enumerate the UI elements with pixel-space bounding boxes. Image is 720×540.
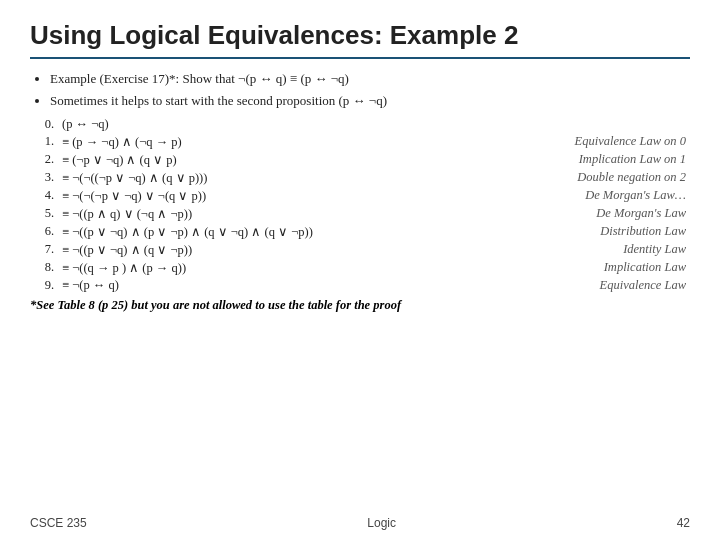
proof-step-9: 9. ≡ ¬(p ↔ q) Equivalence Law xyxy=(30,277,690,294)
proof-step-2: 2. ≡ (¬p ∨ ¬q) ∧ (q ∨ p) Implication Law… xyxy=(30,151,690,169)
step-expression: ≡ ¬((q → p ) ∧ (p → q)) xyxy=(58,259,501,277)
step-number: 5. xyxy=(30,205,58,223)
footer-right: 42 xyxy=(677,516,690,530)
step-expression: ≡ (p → ¬q) ∧ (¬q → p) xyxy=(58,133,501,151)
step-number: 2. xyxy=(30,151,58,169)
step-number: 9. xyxy=(30,277,58,294)
step-reason: Equivalence Law on 0 xyxy=(501,133,690,151)
step-number: 1. xyxy=(30,133,58,151)
step-expression: (p ↔ ¬q) xyxy=(58,116,501,133)
proof-table: 0. (p ↔ ¬q) 1. ≡ (p → ¬q) ∧ (¬q → p) Equ… xyxy=(30,116,690,294)
step-reason: Equivalence Law xyxy=(501,277,690,294)
footer: CSCE 235 Logic 42 xyxy=(0,516,720,530)
proof-step-3: 3. ≡ ¬(¬((¬p ∨ ¬q) ∧ (q ∨ p))) Double ne… xyxy=(30,169,690,187)
step-number: 0. xyxy=(30,116,58,133)
page-title: Using Logical Equivalences: Example 2 xyxy=(30,20,690,51)
step-expression: ≡ ¬(¬(¬p ∨ ¬q) ∨ ¬(q ∨ p)) xyxy=(58,187,501,205)
step-number: 4. xyxy=(30,187,58,205)
bullet-2: Sometimes it helps to start with the sec… xyxy=(50,91,690,111)
proof-step-7: 7. ≡ ¬((p ∨ ¬q) ∧ (q ∨ ¬p)) Identity Law xyxy=(30,241,690,259)
proof-step-6: 6. ≡ ¬((p ∨ ¬q) ∧ (p ∨ ¬p) ∧ (q ∨ ¬q) ∧ … xyxy=(30,223,690,241)
proof-step-4: 4. ≡ ¬(¬(¬p ∨ ¬q) ∨ ¬(q ∨ p)) De Morgan'… xyxy=(30,187,690,205)
step-reason: Double negation on 2 xyxy=(501,169,690,187)
step-number: 7. xyxy=(30,241,58,259)
step-expression: ≡ ¬(¬((¬p ∨ ¬q) ∧ (q ∨ p))) xyxy=(58,169,501,187)
step-expression: ≡ ¬((p ∧ q) ∨ (¬q ∧ ¬p)) xyxy=(58,205,501,223)
footnote: *See Table 8 (p 25) but you are not allo… xyxy=(30,298,690,313)
step-reason: De Morgan's Law xyxy=(501,205,690,223)
footer-left: CSCE 235 xyxy=(30,516,87,530)
title-divider xyxy=(30,57,690,59)
proof-step-1: 1. ≡ (p → ¬q) ∧ (¬q → p) Equivalence Law… xyxy=(30,133,690,151)
proof-step-0: 0. (p ↔ ¬q) xyxy=(30,116,690,133)
step-reason: Implication Law on 1 xyxy=(501,151,690,169)
step-expression: ≡ ¬((p ∨ ¬q) ∧ (q ∨ ¬p)) xyxy=(58,241,501,259)
step-expression: ≡ ¬(p ↔ q) xyxy=(58,277,501,294)
step-reason: Distribution Law xyxy=(501,223,690,241)
step-reason: Implication Law xyxy=(501,259,690,277)
step-expression: ≡ ¬((p ∨ ¬q) ∧ (p ∨ ¬p) ∧ (q ∨ ¬q) ∧ (q … xyxy=(58,223,501,241)
slide: Using Logical Equivalences: Example 2 Ex… xyxy=(0,0,720,540)
step-number: 3. xyxy=(30,169,58,187)
step-reason: De Morgan's Law… xyxy=(501,187,690,205)
bullets: Example (Exercise 17)*: Show that ¬(p ↔ … xyxy=(30,69,690,110)
step-number: 6. xyxy=(30,223,58,241)
proof-step-8: 8. ≡ ¬((q → p ) ∧ (p → q)) Implication L… xyxy=(30,259,690,277)
proof-step-5: 5. ≡ ¬((p ∧ q) ∨ (¬q ∧ ¬p)) De Morgan's … xyxy=(30,205,690,223)
footer-center: Logic xyxy=(367,516,396,530)
step-reason: Identity Law xyxy=(501,241,690,259)
bullet-1: Example (Exercise 17)*: Show that ¬(p ↔ … xyxy=(50,69,690,89)
step-reason xyxy=(501,116,690,133)
step-number: 8. xyxy=(30,259,58,277)
step-expression: ≡ (¬p ∨ ¬q) ∧ (q ∨ p) xyxy=(58,151,501,169)
